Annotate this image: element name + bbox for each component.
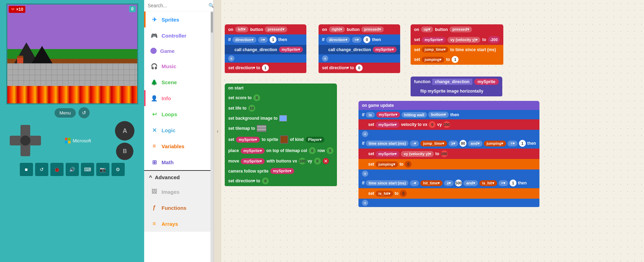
sidebar-item-variables[interactable]: ≡ Variables bbox=[144, 138, 210, 154]
sidebar-item-images[interactable]: 🖼 Images bbox=[144, 184, 210, 200]
set-jump-time-block[interactable]: set jump_time▾ to time since start (ms) bbox=[411, 45, 503, 54]
sidebar-item-functions[interactable]: ƒ Functions bbox=[144, 200, 210, 216]
call-block-left[interactable]: call change_direction mySprite▾ bbox=[225, 45, 306, 54]
stop-button[interactable]: ■ bbox=[20, 163, 33, 176]
jumping-pill-gw[interactable]: jumping▾ bbox=[484, 141, 506, 146]
if-time-jump-block[interactable]: if time since start (ms) -▾ jump_time▾ ≥… bbox=[358, 138, 539, 149]
function-hat[interactable]: function change_direction mySprite bbox=[411, 77, 502, 87]
plus-button-left[interactable]: + bbox=[228, 55, 234, 62]
pressed-pill[interactable]: pressed▾ bbox=[265, 26, 287, 32]
player-pill[interactable]: Player▾ bbox=[305, 137, 324, 143]
minus-btn[interactable]: ✕ bbox=[323, 158, 329, 164]
workspace-panel[interactable]: on left▾ button pressed▾ if direction▾ =… bbox=[221, 0, 644, 262]
minus-pill-ht[interactable]: -▾ bbox=[410, 180, 419, 186]
jumping-pill-zero[interactable]: jumping▾ bbox=[375, 161, 398, 167]
on-start-hat[interactable]: on start bbox=[225, 84, 337, 93]
if-hitting-wall-block[interactable]: if is mySprite▾ hitting wall bottom▾ the… bbox=[358, 110, 539, 119]
move-block[interactable]: move mySprite▾ with buttons vx 100 vy 0 … bbox=[225, 156, 337, 166]
jump-time-pill-gw[interactable]: jump_time▾ bbox=[420, 141, 447, 146]
on-up-hat[interactable]: on up▾ button pressed▾ bbox=[411, 24, 503, 34]
call-block-right[interactable]: call change_direction mySprite▾ bbox=[319, 45, 400, 54]
set-velocity-block[interactable]: set mySprite▾ velocity to vx 0 vy 200 bbox=[358, 119, 539, 130]
mysprite-pill-jump[interactable]: mySprite▾ bbox=[375, 151, 399, 157]
scroll-thumb[interactable] bbox=[211, 12, 213, 33]
advanced-header[interactable]: ^ Advanced bbox=[144, 171, 210, 184]
eq-pill-r[interactable]: =▾ bbox=[352, 37, 362, 43]
set-dir-start-block[interactable]: set direction▾ to 0 bbox=[225, 176, 337, 186]
direction-pill-r[interactable]: direction▾ bbox=[326, 37, 350, 43]
bottom-pill[interactable]: bottom▾ bbox=[428, 112, 449, 118]
eq-pill-ht[interactable]: =▾ bbox=[498, 180, 508, 186]
jumping-pill[interactable]: jumping▾ bbox=[422, 57, 444, 63]
a-button[interactable]: A bbox=[115, 121, 134, 141]
mysprite-pill-move[interactable]: mySprite▾ bbox=[241, 158, 265, 164]
plus-btn-jump[interactable]: + bbox=[362, 170, 368, 177]
sidebar-item-logic[interactable]: ✕ Logic bbox=[144, 122, 210, 138]
refresh-button[interactable]: ↺ bbox=[79, 107, 90, 118]
camera-block[interactable]: camera follow sprite mySprite▾ bbox=[225, 166, 337, 176]
mysprite-pill-u[interactable]: mySprite▾ bbox=[422, 37, 446, 43]
collapse-panel-button[interactable]: ‹ bbox=[214, 0, 221, 262]
pressed-pill-u[interactable]: pressed▾ bbox=[449, 26, 472, 32]
on-left-hat[interactable]: on left▾ button pressed▾ bbox=[225, 24, 306, 34]
hitting-pill[interactable]: hitting wall bbox=[402, 112, 427, 118]
gte-pill[interactable]: ≥▾ bbox=[448, 141, 458, 146]
plus-btn-gw[interactable]: + bbox=[362, 131, 368, 137]
eq-pill-tj[interactable]: =▾ bbox=[507, 141, 517, 146]
place-sprite-block[interactable]: place mySprite▾ on top of tilemap col 0 … bbox=[225, 145, 337, 156]
left-btn-pill[interactable]: left▾ bbox=[235, 26, 249, 32]
sprite-thumbnail[interactable] bbox=[280, 135, 288, 144]
set-score-block[interactable]: set score to 0 bbox=[225, 93, 337, 103]
set-direction-left[interactable]: set direction▾ to 1 bbox=[225, 63, 306, 73]
sidebar-item-game[interactable]: Game bbox=[144, 43, 210, 58]
sidebar-item-info[interactable]: 👤 Info bbox=[144, 90, 210, 106]
search-input[interactable] bbox=[148, 3, 208, 8]
set-vy-jump-block[interactable]: set mySprite▾ vy (velocity y)▾ to 200 bbox=[358, 149, 539, 159]
if-block-left[interactable]: if direction▾ =▾ 1 then bbox=[225, 34, 306, 45]
time-start-pill-ht[interactable]: time since start (ms) bbox=[366, 180, 408, 186]
refresh2-button[interactable]: ↺ bbox=[35, 163, 48, 176]
hit-time-pill[interactable]: hit_time▾ bbox=[420, 180, 443, 186]
if-hit-time-block[interactable]: if time since start (ms) -▾ hit_time▾ ≥▾… bbox=[358, 178, 539, 188]
bg-image-thumbnail[interactable] bbox=[279, 115, 287, 121]
eq-pill[interactable]: =▾ bbox=[258, 37, 268, 43]
set-jumping-zero-block[interactable]: set jumping▾ to 0 bbox=[358, 159, 539, 169]
screenshot-button[interactable]: 📷 bbox=[96, 163, 109, 176]
minus-pill[interactable]: -▾ bbox=[410, 141, 419, 146]
right-btn-pill[interactable]: right▾ bbox=[329, 26, 345, 32]
sidebar-item-controller[interactable]: 🎮 Controller bbox=[144, 27, 210, 43]
mysprite-pill-camera[interactable]: mySprite▾ bbox=[270, 168, 294, 174]
set-vy-block[interactable]: set mySprite▾ vy (velocity y)▾ to -200 bbox=[411, 34, 503, 45]
tilemap-thumbnail[interactable] bbox=[257, 125, 266, 132]
set-life-block[interactable]: set life to 10 bbox=[225, 103, 337, 113]
sidebar-item-math[interactable]: ⊞ Math bbox=[144, 154, 210, 170]
flip-block[interactable]: flip mySprite image horizontally bbox=[411, 87, 502, 96]
is-hit-pill[interactable]: is_hit▾ bbox=[479, 180, 497, 186]
sidebar-item-scene[interactable]: 🌲 Scene bbox=[144, 74, 210, 90]
jump-time-pill[interactable]: jump_time▾ bbox=[422, 47, 448, 53]
sidebar-item-arrays[interactable]: ≡ Arrays bbox=[144, 216, 210, 232]
mysprite-pill-left[interactable]: mySprite▾ bbox=[279, 47, 303, 53]
on-game-update-hat[interactable]: on game update bbox=[358, 101, 539, 110]
plus-btn-hit[interactable]: + bbox=[362, 200, 368, 206]
is-hit-pill-zero[interactable]: is_hit▾ bbox=[375, 191, 393, 197]
sidebar-item-music[interactable]: 🎧 Music bbox=[144, 58, 210, 74]
set-bg-block[interactable]: set background image to bbox=[225, 113, 337, 123]
direction-pill[interactable]: direction▾ bbox=[232, 37, 256, 43]
set-is-hit-block[interactable]: set is_hit▾ to 0 bbox=[358, 188, 539, 199]
debug-button[interactable]: 🐞 bbox=[50, 163, 64, 176]
set-tilemap-block[interactable]: set tilemap to bbox=[225, 123, 337, 134]
up-btn-pill[interactable]: up▾ bbox=[421, 26, 433, 32]
set-jumping-block[interactable]: set jumping▾ to 1 bbox=[411, 54, 503, 65]
dpad[interactable] bbox=[10, 125, 41, 156]
time-start-pill[interactable]: time since start (ms) bbox=[366, 141, 408, 146]
and-pill-ht[interactable]: and▾ bbox=[463, 180, 478, 186]
vy-vel-pill[interactable]: vy (velocity y)▾ bbox=[401, 151, 434, 157]
mysprite-pill-vel[interactable]: mySprite▾ bbox=[375, 122, 399, 128]
gte-pill-ht[interactable]: ≥▾ bbox=[444, 180, 454, 186]
b-button[interactable]: B bbox=[116, 143, 133, 160]
mysprite-pill-right[interactable]: mySprite▾ bbox=[373, 47, 397, 53]
and-pill[interactable]: and▾ bbox=[468, 141, 482, 146]
pressed-pill-r[interactable]: pressed▾ bbox=[361, 26, 383, 32]
sidebar-item-sprites[interactable]: ✈ Sprites bbox=[144, 11, 210, 27]
